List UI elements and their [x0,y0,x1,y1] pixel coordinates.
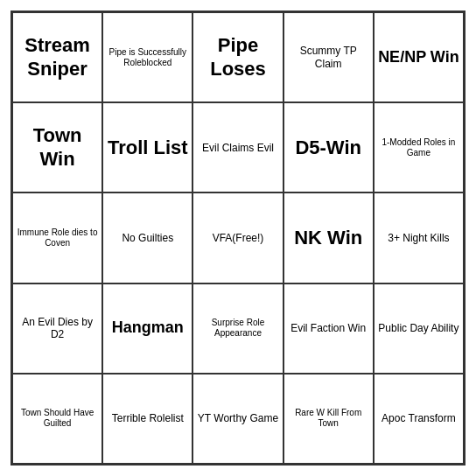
cell-text: Public Day Ability [378,322,458,334]
bingo-cell: Evil Faction Win [284,284,374,374]
cell-text: Town Win [17,124,98,171]
bingo-cell: 1-Modded Roles in Game [374,102,464,192]
cell-text: Immune Role dies to Coven [17,228,98,248]
cell-text: Stream Sniper [17,34,98,80]
cell-text: NK Win [294,227,362,249]
cell-text: Scummy TP Claim [288,45,369,70]
bingo-cell: D5-Win [284,102,374,192]
cell-text: VFA(Free!) [213,232,264,244]
cell-text: Surprise Role Appearance [197,318,278,339]
cell-text: Troll List [108,136,188,159]
bingo-cell: Pipe is Successfully Roleblocked [102,12,192,102]
cell-text: D5-Win [295,136,361,159]
bingo-cell: Rare W Kill From Town [284,374,374,464]
cell-text: Evil Claims Evil [202,142,274,154]
bingo-cell: Terrible Rolelist [102,374,192,464]
cell-text: An Evil Dies by D2 [17,316,98,341]
bingo-cell: No Guilties [102,192,192,283]
bingo-cell: NK Win [284,192,374,283]
bingo-cell: Stream Sniper [12,12,102,102]
cell-text: Town Should Have Guilted [17,408,98,429]
cell-text: Evil Faction Win [290,322,366,334]
bingo-cell: Troll List [102,102,192,192]
bingo-cell: Town Should Have Guilted [12,374,102,464]
cell-text: 3+ Night Kills [388,232,449,244]
cell-text: Apoc Transform [382,412,456,424]
cell-text: Rare W Kill From Town [288,408,369,429]
bingo-cell: Evil Claims Evil [192,102,283,192]
bingo-cell: Apoc Transform [374,374,464,464]
cell-text: Pipe Loses [197,34,278,80]
bingo-cell: Public Day Ability [374,284,464,374]
cell-text: 1-Modded Roles in Game [378,137,459,158]
cell-text: No Guilties [122,232,173,244]
bingo-cell: An Evil Dies by D2 [12,284,102,374]
bingo-board: Stream SniperPipe is Successfully Rolebl… [10,10,466,466]
bingo-cell: Pipe Loses [192,12,283,102]
bingo-cell: NE/NP Win [374,12,464,102]
bingo-cell: Hangman [102,284,192,374]
bingo-cell: 3+ Night Kills [374,192,464,283]
cell-text: NE/NP Win [378,48,459,67]
bingo-cell: Surprise Role Appearance [192,284,283,374]
cell-text: YT Worthy Game [198,412,278,424]
cell-text: Hangman [112,318,184,338]
bingo-cell: YT Worthy Game [192,374,283,464]
bingo-cell: Scummy TP Claim [284,12,374,102]
bingo-cell: Town Win [12,102,102,192]
cell-text: Pipe is Successfully Roleblocked [107,47,188,68]
cell-text: Terrible Rolelist [112,412,184,424]
bingo-cell: Immune Role dies to Coven [12,192,102,283]
bingo-cell: VFA(Free!) [192,192,283,283]
